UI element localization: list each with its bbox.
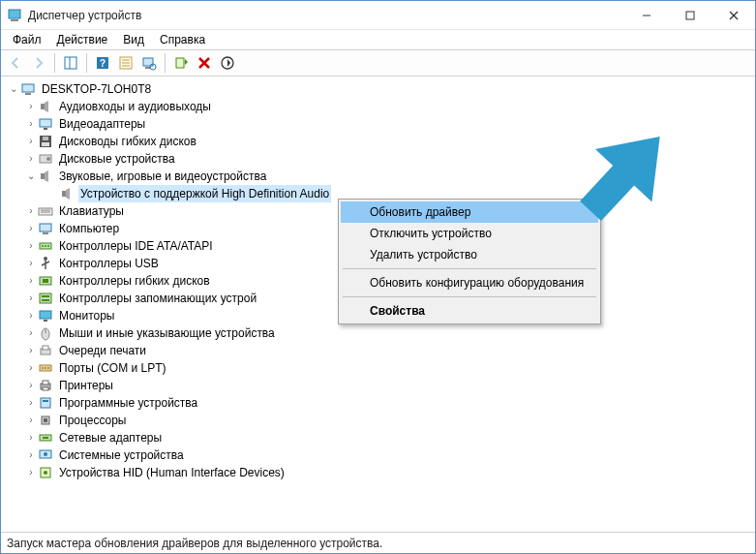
svg-rect-25 — [44, 128, 47, 130]
tree-category-label: Видеоадаптеры — [57, 115, 147, 133]
tree-category-node[interactable]: ›Процессоры — [3, 412, 753, 429]
tree-category-node[interactable]: ›Дисководы гибких дисков — [3, 133, 753, 150]
svg-point-39 — [42, 245, 44, 247]
context-menu-item[interactable]: Обновить драйвер — [341, 201, 598, 223]
chevron-right-icon[interactable]: › — [24, 307, 38, 324]
tree-category-node[interactable]: ›Принтеры — [3, 377, 753, 394]
device-manager-app-icon — [7, 8, 22, 23]
svg-rect-63 — [43, 387, 48, 390]
context-menu-item[interactable]: Свойства — [341, 300, 598, 322]
chevron-right-icon[interactable]: › — [24, 255, 38, 272]
svg-rect-64 — [41, 398, 50, 408]
maximize-button[interactable] — [668, 1, 711, 29]
chevron-right-icon[interactable]: › — [24, 342, 38, 359]
menu-action[interactable]: Действие — [49, 31, 116, 48]
tree-category-node[interactable]: ›Очереди печати — [3, 342, 753, 359]
chevron-right-icon[interactable]: › — [24, 202, 38, 220]
tree-category-node[interactable]: ›Видеоадаптеры — [3, 115, 753, 133]
menu-file[interactable]: Файл — [5, 31, 49, 48]
tree-category-node[interactable]: ›Программные устройства — [3, 394, 753, 412]
chevron-right-icon[interactable]: › — [24, 394, 38, 412]
tree-category-label: Очереди печати — [57, 342, 148, 359]
svg-point-42 — [44, 257, 47, 261]
chevron-right-icon[interactable]: › — [24, 98, 38, 115]
chevron-right-icon[interactable]: › — [24, 115, 38, 133]
context-menu-separator — [343, 268, 596, 269]
chevron-right-icon[interactable]: › — [24, 429, 38, 446]
chevron-right-icon[interactable]: › — [24, 359, 38, 377]
tree-category-node[interactable]: ›Мыши и иные указывающие устройства — [3, 324, 753, 342]
tree-category-node[interactable]: ›Системные устройства — [3, 446, 753, 464]
chevron-right-icon[interactable]: › — [24, 464, 38, 481]
hid-icon — [38, 465, 53, 480]
tree-category-label: Мыши и иные указывающие устройства — [57, 324, 277, 342]
svg-rect-1 — [11, 19, 18, 21]
toolbar-scan-hardware-button[interactable] — [138, 52, 160, 74]
chevron-right-icon[interactable]: › — [24, 220, 38, 237]
chevron-right-icon[interactable]: › — [24, 150, 38, 168]
toolbar-forward-button[interactable] — [28, 52, 49, 74]
svg-rect-65 — [43, 400, 48, 402]
svg-rect-21 — [22, 84, 34, 92]
svg-rect-62 — [43, 381, 48, 385]
cpu-icon — [38, 413, 53, 428]
menu-view[interactable]: Вид — [115, 31, 152, 48]
chevron-right-icon[interactable]: › — [24, 324, 38, 342]
software-icon — [38, 395, 53, 411]
tree-category-label: Системные устройства — [57, 446, 186, 464]
chevron-right-icon[interactable]: › — [24, 377, 38, 394]
tree-category-node[interactable]: ›Сетевые адаптеры — [3, 429, 753, 446]
toolbar-disable-device-button[interactable] — [217, 52, 238, 74]
toolbar-back-button[interactable] — [5, 52, 26, 74]
storage-icon — [38, 291, 53, 306]
toolbar-show-hide-console-tree-button[interactable] — [60, 52, 81, 74]
chevron-right-icon[interactable]: › — [24, 133, 38, 150]
chevron-right-icon[interactable]: › — [24, 412, 38, 429]
svg-rect-27 — [43, 137, 48, 140]
svg-text:?: ? — [100, 58, 106, 69]
chevron-right-icon[interactable]: › — [24, 237, 38, 255]
svg-rect-31 — [41, 173, 45, 179]
svg-rect-47 — [43, 279, 48, 283]
display-icon — [38, 308, 53, 323]
tree-category-node[interactable]: ›Порты (COM и LPT) — [3, 359, 753, 377]
minimize-button[interactable] — [624, 1, 668, 29]
context-menu-item[interactable]: Отключить устройство — [341, 223, 598, 244]
context-menu-item[interactable]: Обновить конфигурацию оборудования — [341, 272, 598, 293]
tree-category-node[interactable]: ›Дисковые устройства — [3, 150, 753, 168]
tree-category-label: Дисковые устройства — [57, 150, 177, 168]
svg-rect-52 — [44, 320, 47, 322]
tree-root-node[interactable]: ⌄DESKTOP-7LOH0T8 — [3, 80, 753, 98]
tree-category-node[interactable]: ›Аудиовходы и аудиовыходы — [3, 98, 753, 115]
tree-category-node[interactable]: ⌄Звуковые, игровые и видеоустройства — [3, 168, 753, 185]
tree-category-label: Порты (COM и LPT) — [57, 359, 168, 377]
tree-category-label: Клавиатуры — [57, 202, 126, 220]
chevron-right-icon[interactable]: › — [24, 272, 38, 290]
svg-point-60 — [47, 367, 49, 369]
chevron-down-icon[interactable]: ⌄ — [24, 168, 38, 185]
chevron-right-icon[interactable]: › — [24, 446, 38, 464]
printer-icon — [38, 378, 53, 393]
chevron-down-icon[interactable]: ⌄ — [7, 80, 20, 98]
tree-category-label: Контроллеры гибких дисков — [57, 272, 212, 290]
speaker-icon — [38, 169, 53, 184]
computer-icon — [38, 221, 53, 236]
svg-rect-49 — [42, 295, 49, 297]
statusbar: Запуск мастера обновления драйверов для … — [1, 532, 755, 553]
speaker-icon — [59, 186, 75, 201]
context-menu-item[interactable]: Удалить устройство — [341, 244, 598, 265]
close-button[interactable] — [711, 1, 755, 29]
svg-rect-6 — [65, 57, 76, 69]
tree-device-label: Устройство с поддержкой High Definition … — [78, 185, 331, 202]
toolbar-properties-button[interactable] — [115, 52, 136, 74]
chevron-right-icon[interactable]: › — [24, 290, 38, 307]
toolbar-uninstall-device-button[interactable] — [194, 52, 215, 74]
tree-category-node[interactable]: ›Устройства HID (Human Interface Devices… — [3, 464, 753, 481]
printqueue-icon — [38, 343, 53, 358]
toolbar-update-driver-button[interactable] — [170, 52, 192, 74]
menu-help[interactable]: Справка — [152, 31, 213, 48]
device-tree-container[interactable]: ⌄DESKTOP-7LOH0T8›Аудиовходы и аудиовыход… — [1, 77, 755, 528]
toolbar-help-button[interactable]: ? — [92, 52, 113, 74]
svg-point-73 — [44, 471, 47, 475]
svg-point-30 — [46, 157, 50, 161]
